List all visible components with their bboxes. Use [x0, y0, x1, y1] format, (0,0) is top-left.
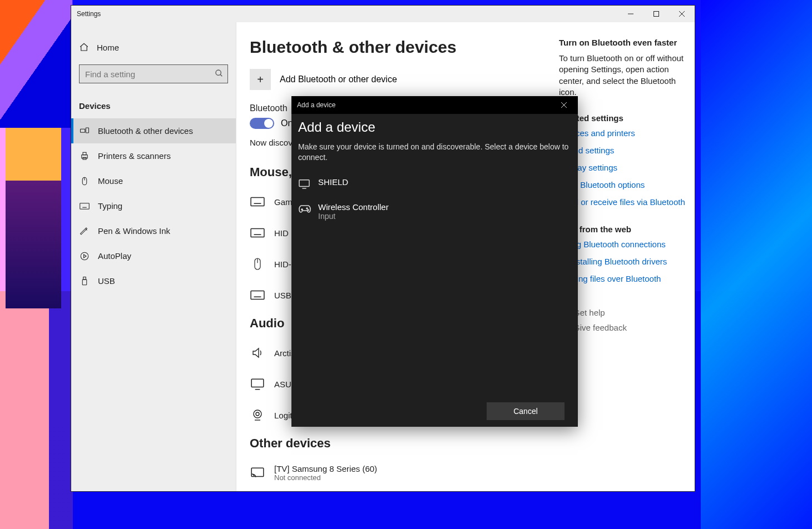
- sidebar-item-label: Pen & Windows Ink: [98, 226, 170, 236]
- get-help-link[interactable]: Get help: [559, 308, 687, 317]
- svg-line-5: [220, 74, 222, 76]
- maximize-button[interactable]: [643, 6, 669, 22]
- svg-rect-8: [82, 154, 88, 158]
- keyboard-icon: [250, 228, 265, 238]
- plus-icon: +: [250, 69, 271, 90]
- dialog-heading: Add a device: [298, 119, 571, 135]
- web-title: Help from the web: [559, 224, 687, 234]
- related-link[interactable]: Sound settings: [559, 146, 687, 155]
- dialog-window-title: Add a device: [297, 101, 335, 109]
- home-icon: [79, 42, 89, 52]
- svg-rect-13: [80, 203, 90, 209]
- sidebar: Home Devices Bluetooth & other devices P…: [71, 22, 236, 491]
- related-link[interactable]: Send or receive files via Bluetooth: [559, 197, 687, 207]
- svg-point-44: [308, 209, 309, 211]
- sidebar-item-label: Mouse: [98, 176, 123, 186]
- sidebar-item-bluetooth[interactable]: Bluetooth & other devices: [71, 118, 236, 143]
- web-link[interactable]: Sharing files over Bluetooth: [559, 274, 687, 283]
- sidebar-category: Devices: [71, 97, 236, 118]
- device-label: [TV] Samsung 8 Series (60): [274, 464, 377, 473]
- close-button[interactable]: [669, 6, 695, 22]
- sidebar-item-label: Bluetooth & other devices: [98, 126, 193, 136]
- sidebar-item-typing[interactable]: Typing: [71, 193, 236, 218]
- sidebar-item-label: Typing: [98, 201, 122, 211]
- pen-icon: [79, 226, 90, 236]
- sidebar-item-printers[interactable]: Printers & scanners: [71, 143, 236, 168]
- device-row[interactable]: [TV] Samsung 8 Series (60) Not connected: [250, 457, 544, 488]
- sidebar-item-autoplay[interactable]: AutoPlay: [71, 243, 236, 268]
- keyboard-icon: [250, 197, 265, 207]
- tip-body: To turn Bluetooth on or off without open…: [559, 53, 687, 98]
- autoplay-icon: [79, 251, 90, 261]
- section-other: Other devices: [250, 436, 544, 451]
- add-device-label: Add Bluetooth or other device: [280, 74, 397, 84]
- svg-rect-39: [299, 180, 309, 187]
- tv-cast-icon: [250, 467, 265, 479]
- dialog-device-sub: Input: [318, 212, 389, 221]
- svg-rect-24: [251, 228, 264, 237]
- device-sublabel: Not connected: [274, 473, 377, 482]
- svg-rect-20: [83, 277, 86, 280]
- dialog-device-title: SHIELD: [318, 177, 348, 187]
- sidebar-item-label: USB: [98, 276, 115, 286]
- sidebar-home-label: Home: [97, 43, 119, 52]
- sidebar-item-label: AutoPlay: [98, 251, 131, 261]
- dialog-device-item[interactable]: SHIELD: [298, 174, 571, 199]
- related-title: Related settings: [559, 113, 687, 123]
- cancel-button[interactable]: Cancel: [487, 402, 565, 420]
- sidebar-home[interactable]: Home: [71, 38, 236, 57]
- webcam-icon: [250, 408, 265, 422]
- speaker-icon: [250, 346, 265, 360]
- svg-rect-7: [86, 128, 88, 133]
- dialog-device-item[interactable]: Wireless Controller Input: [298, 199, 571, 231]
- svg-rect-22: [251, 197, 264, 206]
- sidebar-item-pen[interactable]: Pen & Windows Ink: [71, 218, 236, 243]
- feedback-link[interactable]: Give feedback: [559, 323, 687, 332]
- svg-point-33: [256, 412, 259, 416]
- svg-rect-34: [251, 468, 264, 476]
- sidebar-item-label: Printers & scanners: [98, 151, 171, 161]
- web-link[interactable]: Fixing Bluetooth connections: [559, 239, 687, 249]
- printer-icon: [79, 151, 90, 161]
- svg-point-32: [254, 410, 261, 418]
- mouse-icon: [250, 257, 265, 271]
- monitor-icon: [298, 177, 311, 189]
- svg-point-43: [306, 208, 308, 209]
- related-link[interactable]: Devices and printers: [559, 128, 687, 138]
- tip-title: Turn on Bluetooth even faster: [559, 38, 687, 47]
- dialog-description: Make sure your device is turned on and d…: [298, 142, 571, 163]
- svg-point-19: [81, 252, 88, 260]
- web-link[interactable]: Reinstalling Bluetooth drivers: [559, 257, 687, 266]
- dialog-device-title: Wireless Controller: [318, 202, 389, 212]
- dialog-titlebar[interactable]: Add a device: [291, 96, 578, 114]
- monitor-icon: [250, 378, 265, 390]
- svg-rect-6: [81, 129, 85, 132]
- search-icon: [215, 69, 224, 78]
- add-device-dialog: Add a device Add a device Make sure your…: [291, 96, 578, 427]
- keyboard-icon: [79, 202, 90, 210]
- svg-rect-30: [251, 379, 264, 387]
- dialog-close-button[interactable]: [556, 97, 572, 113]
- svg-rect-1: [654, 12, 659, 17]
- gamepad-icon: [298, 202, 311, 214]
- svg-point-4: [216, 70, 221, 75]
- bluetooth-toggle[interactable]: [250, 118, 274, 129]
- usb-icon: [79, 276, 90, 286]
- keyboard-icon: [250, 290, 265, 300]
- related-link[interactable]: More Bluetooth options: [559, 180, 687, 189]
- svg-rect-9: [83, 152, 86, 155]
- bluetooth-devices-icon: [79, 126, 90, 136]
- window-title: Settings: [77, 10, 101, 18]
- page-title: Bluetooth & other devices: [250, 38, 544, 57]
- sidebar-item-mouse[interactable]: Mouse: [71, 168, 236, 193]
- mouse-icon: [79, 176, 90, 186]
- add-device-row[interactable]: + Add Bluetooth or other device: [250, 69, 544, 90]
- svg-rect-28: [251, 291, 264, 299]
- minimize-button[interactable]: [618, 6, 643, 22]
- sidebar-item-usb[interactable]: USB: [71, 268, 236, 293]
- search-input-wrap[interactable]: [79, 64, 228, 83]
- window-titlebar[interactable]: Settings: [71, 6, 695, 22]
- related-link[interactable]: Display settings: [559, 163, 687, 172]
- search-input[interactable]: [79, 64, 228, 83]
- svg-rect-21: [82, 280, 87, 285]
